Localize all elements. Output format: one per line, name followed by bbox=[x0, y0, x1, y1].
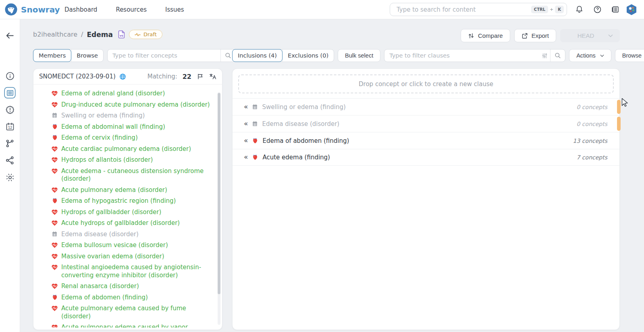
concept-filter-input[interactable] bbox=[108, 52, 220, 59]
anatomical-heart-icon bbox=[51, 198, 58, 204]
pulse-heart-icon bbox=[51, 305, 58, 311]
sidebar-item-alert-badge-icon[interactable] bbox=[5, 105, 15, 115]
pulse-heart-icon bbox=[51, 242, 58, 248]
concept-label: Swelling or edema (finding) bbox=[61, 112, 145, 120]
sidebar-item-info-icon[interactable] bbox=[5, 71, 15, 81]
brand[interactable]: Snowray bbox=[0, 3, 60, 16]
tab-inclusions-4[interactable]: Inclusions (4) bbox=[232, 49, 283, 62]
bulk-select-button[interactable]: Bulk select bbox=[338, 49, 380, 62]
concept-item[interactable]: Hydrops of allantois (disorder) bbox=[51, 155, 212, 166]
tab-exclusions-0[interactable]: Exclusions (0) bbox=[282, 49, 334, 62]
main-area: b2ihealthcare / Edema vs Draft bbox=[20, 19, 644, 332]
news-icon[interactable] bbox=[611, 5, 620, 14]
svg-text:12: 12 bbox=[8, 126, 12, 129]
matching-label: Matching: bbox=[147, 73, 177, 80]
sidebar-item-gear-icon[interactable] bbox=[5, 172, 15, 182]
filter-sliders-icon[interactable] bbox=[539, 53, 550, 59]
vs-doc-icon: vs bbox=[118, 30, 125, 39]
actions-dropdown[interactable]: Actions bbox=[569, 49, 611, 62]
search-icon[interactable] bbox=[551, 52, 565, 59]
flag-icon[interactable] bbox=[197, 73, 204, 80]
members-toolbar: MembersBrowse bbox=[33, 49, 236, 62]
compare-icon bbox=[468, 33, 474, 39]
scrollbar-thumb[interactable] bbox=[218, 93, 220, 294]
concept-label: Drug-induced acute pulmonary edema (diso… bbox=[61, 101, 210, 109]
tab-browse[interactable]: Browse bbox=[71, 49, 103, 62]
global-search-input[interactable] bbox=[396, 6, 531, 14]
compare-button[interactable]: Compare bbox=[461, 29, 510, 42]
collapse-chevrons-icon[interactable]: « bbox=[244, 136, 248, 144]
clause-row[interactable]: «Edema disease (disorder)0 concepts bbox=[233, 115, 619, 132]
back-arrow-icon[interactable] bbox=[5, 31, 15, 41]
header-actions: Compare Export HEAD bbox=[461, 29, 620, 42]
chevron-down-icon bbox=[600, 54, 604, 57]
concept-item[interactable]: Drug-induced acute pulmonary edema (diso… bbox=[51, 99, 212, 111]
breadcrumb: b2ihealthcare / Edema vs Draft bbox=[33, 30, 162, 39]
concept-item[interactable]: Hydrops of gallbladder (disorder) bbox=[51, 207, 212, 218]
concept-item[interactable]: Edema disease (disorder) bbox=[51, 229, 212, 240]
concept-item[interactable]: Acute pulmonary edema caused by vapor (d… bbox=[51, 322, 212, 328]
breadcrumb-org[interactable]: b2ihealthcare bbox=[33, 31, 77, 38]
clause-concept-count: 0 concepts bbox=[577, 121, 607, 127]
sidebar-item-document-icon[interactable] bbox=[5, 88, 15, 98]
clause-concept-count: 0 concepts bbox=[577, 104, 607, 110]
collapse-chevrons-icon[interactable]: « bbox=[244, 120, 248, 128]
global-search[interactable]: CTRL+K bbox=[390, 3, 567, 16]
actions-dropdown-label: Actions bbox=[576, 52, 596, 59]
concept-item[interactable]: Edema of abdomen (finding) bbox=[51, 292, 212, 303]
anatomical-heart-icon bbox=[51, 294, 58, 301]
concept-label: Massive ovarian edema (disorder) bbox=[61, 253, 164, 261]
snowray-logo-icon bbox=[5, 3, 17, 16]
bell-icon[interactable] bbox=[575, 5, 584, 14]
concept-label: Acute pulmonary edema (disorder) bbox=[61, 186, 167, 194]
concept-item[interactable]: Renal anasarca (disorder) bbox=[51, 281, 212, 292]
concept-item[interactable]: Intestinal angioedema caused by angioten… bbox=[51, 262, 212, 281]
collapse-chevrons-icon[interactable]: « bbox=[244, 153, 248, 161]
concept-item[interactable]: Acute edema - cutaneous distension syndr… bbox=[51, 166, 212, 185]
concept-item[interactable]: Acute pulmonary edema caused by fume (di… bbox=[51, 303, 212, 322]
concept-item[interactable]: Acute cardiac pulmonary edema (disorder) bbox=[51, 144, 212, 155]
browse-clauses-button[interactable]: Browse bbox=[615, 49, 644, 62]
concept-label: Acute pulmonary edema caused by vapor (d… bbox=[61, 324, 212, 328]
concept-label: Acute hydrops of gallbladder (disorder) bbox=[61, 219, 180, 227]
sidebar-item-calendar-12-icon[interactable]: 12 bbox=[5, 122, 15, 132]
clause-row[interactable]: «Edema of abdomen (finding)13 concepts bbox=[233, 132, 619, 149]
nav-link-dashboard[interactable]: Dashboard bbox=[64, 6, 97, 13]
translate-icon[interactable] bbox=[209, 73, 216, 80]
clause-concept-count: 13 concepts bbox=[573, 138, 607, 144]
concept-item[interactable]: Swelling or edema (finding) bbox=[51, 110, 212, 122]
clause-row[interactable]: «Acute edema (finding)7 concepts bbox=[233, 149, 619, 166]
user-avatar[interactable] bbox=[625, 4, 638, 16]
nav-link-resources[interactable]: Resources bbox=[116, 6, 147, 13]
concept-item[interactable]: Acute pulmonary edema (disorder) bbox=[51, 185, 212, 196]
scrollbar-track[interactable] bbox=[218, 92, 220, 325]
status-badge-label: Draft bbox=[143, 31, 157, 37]
concept-item[interactable]: Massive ovarian edema (disorder) bbox=[51, 251, 212, 262]
version-select[interactable]: HEAD bbox=[560, 29, 620, 42]
breadcrumb-separator: / bbox=[81, 31, 83, 38]
top-navbar: Snowray DashboardResourcesIssues CTRL+K bbox=[0, 0, 644, 19]
sidebar-item-branch-icon[interactable] bbox=[5, 138, 15, 148]
sidebar-item-share-icon[interactable] bbox=[5, 155, 15, 165]
concept-item[interactable]: Edema bullosum vesicae (disorder) bbox=[51, 240, 212, 251]
clause-filter-input[interactable] bbox=[384, 52, 539, 59]
concept-item[interactable]: Edema of hypogastric region (finding) bbox=[51, 196, 212, 207]
concept-item[interactable]: Acute hydrops of gallbladder (disorder) bbox=[51, 218, 212, 229]
browse-clauses-label: Browse bbox=[622, 52, 642, 59]
pulse-heart-icon bbox=[51, 168, 58, 174]
anatomical-heart-icon bbox=[51, 124, 58, 130]
clause-row[interactable]: «Swelling or edema (finding)0 concepts bbox=[233, 98, 619, 115]
clause-label: Edema of abdomen (finding) bbox=[262, 137, 349, 144]
tab-members[interactable]: Members bbox=[33, 49, 71, 62]
nav-link-issues[interactable]: Issues bbox=[165, 6, 184, 13]
pulse-icon bbox=[135, 33, 141, 37]
concept-list: Edema of adrenal gland (disorder)Drug-in… bbox=[33, 85, 222, 328]
concept-item[interactable]: Edema of abdominal wall (finding) bbox=[51, 122, 212, 133]
concept-item[interactable]: Edema of cervix (finding) bbox=[51, 132, 212, 144]
collapse-chevrons-icon[interactable]: « bbox=[244, 103, 248, 111]
clause-list: «Swelling or edema (finding)0 concepts«E… bbox=[233, 98, 619, 166]
concept-item[interactable]: Edema of adrenal gland (disorder) bbox=[51, 88, 212, 99]
clause-dropzone[interactable]: Drop concept or click to create a new cl… bbox=[238, 74, 614, 93]
export-button[interactable]: Export bbox=[514, 29, 556, 42]
help-icon[interactable] bbox=[593, 5, 602, 14]
